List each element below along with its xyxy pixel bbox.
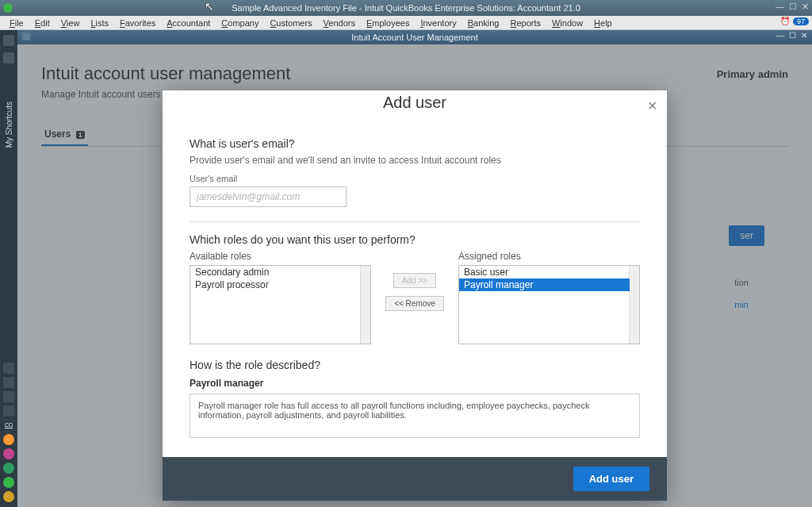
menu-help[interactable]: Help — [589, 17, 617, 29]
inner-window-icon — [22, 33, 30, 40]
calendar-icon[interactable] — [3, 448, 14, 459]
menu-accountant[interactable]: Accountant — [162, 17, 215, 29]
maximize-icon[interactable]: ☐ — [789, 2, 797, 12]
sidebar-label: My Shortcuts — [5, 102, 13, 148]
menu-window[interactable]: Window — [547, 17, 588, 29]
os-window-controls[interactable]: — ☐ ✕ — [776, 2, 809, 12]
menu-employees[interactable]: Employees — [362, 17, 414, 29]
clock-icon: ⏰ — [780, 17, 790, 25]
modal-close-icon[interactable]: ✕ — [647, 98, 657, 113]
inner-window-controls[interactable]: — ☐ ✕ — [776, 31, 807, 40]
assigned-role-option[interactable]: Payroll manager — [459, 278, 630, 291]
inner-minimize-icon[interactable]: — — [776, 31, 784, 40]
money-icon[interactable] — [3, 491, 14, 502]
add-role-button[interactable]: Add >> — [393, 273, 436, 288]
description-box: Payroll manager role has full access to … — [190, 394, 640, 438]
sidebar-slot[interactable] — [3, 363, 14, 374]
app-icon — [3, 3, 13, 13]
menu-inventory[interactable]: Inventory — [416, 17, 461, 29]
menu-reports[interactable]: Reports — [505, 17, 546, 29]
left-sidebar: My Shortcuts CO — [0, 30, 17, 507]
minimize-icon[interactable]: — — [776, 2, 784, 12]
available-roles-list[interactable]: Secondary adminPayroll processor — [190, 265, 371, 344]
menu-favorites[interactable]: Favorites — [115, 17, 160, 29]
assigned-roles-list[interactable]: Basic userPayroll manager — [458, 265, 640, 344]
inner-window: Intuit Account User Management — ☐ ✕ Int… — [17, 30, 812, 507]
sidebar-slot[interactable] — [3, 377, 14, 388]
reminder-count: 97 — [793, 17, 809, 25]
assigned-roles-label: Assigned roles — [458, 251, 640, 262]
add-user-button[interactable]: Add user — [573, 467, 649, 491]
menubar[interactable]: FileEditViewListsFavoritesAccountantComp… — [0, 16, 812, 30]
menu-view[interactable]: View — [56, 17, 85, 29]
add-icon[interactable] — [3, 477, 14, 488]
inner-titlebar: Intuit Account User Management — ☐ ✕ — [17, 30, 812, 44]
available-role-option[interactable]: Payroll processor — [190, 278, 361, 291]
roles-question: Which roles do you want this user to per… — [190, 233, 640, 246]
modal-footer: Add user — [163, 457, 667, 501]
sidebar-slot[interactable] — [3, 391, 14, 402]
available-role-option[interactable]: Secondary admin — [190, 266, 361, 278]
menu-company[interactable]: Company — [216, 17, 263, 29]
modal-backdrop: Add user ✕ What is user's email? Provide… — [17, 44, 812, 507]
inner-close-icon[interactable]: ✕ — [801, 31, 807, 40]
email-question: What is user's email? — [190, 137, 640, 150]
close-icon[interactable]: ✕ — [802, 2, 809, 12]
doc-icon[interactable] — [3, 463, 14, 474]
modal-title: Add user — [163, 90, 667, 112]
inner-window-title: Intuit Account User Management — [351, 33, 478, 42]
sidebar-search-icon[interactable] — [3, 52, 14, 63]
add-user-modal: Add user ✕ What is user's email? Provide… — [163, 90, 667, 501]
reminder-badge[interactable]: ⏰ 97 — [780, 17, 809, 25]
separator — [190, 221, 640, 222]
menu-lists[interactable]: Lists — [86, 17, 113, 29]
os-title: Sample Advanced Inventory File - Intuit … — [232, 3, 580, 13]
plus-icon[interactable] — [3, 434, 14, 445]
menu-customers[interactable]: Customers — [265, 17, 316, 29]
page-body: Intuit account user management Manage In… — [17, 44, 812, 507]
assigned-role-option[interactable]: Basic user — [459, 266, 630, 278]
available-roles-label: Available roles — [190, 251, 371, 262]
menu-file[interactable]: File — [5, 17, 29, 29]
sidebar-arrow-icon[interactable] — [3, 35, 14, 46]
email-label: User's email — [190, 174, 640, 183]
email-field[interactable] — [190, 186, 347, 207]
sidebar-slot[interactable] — [3, 405, 14, 417]
remove-role-button[interactable]: << Remove — [385, 296, 444, 311]
os-titlebar: Sample Advanced Inventory File - Intuit … — [0, 0, 812, 16]
menu-banking[interactable]: Banking — [463, 17, 504, 29]
description-role-name: Payroll manager — [190, 378, 640, 389]
menu-edit[interactable]: Edit — [30, 17, 55, 29]
inner-maximize-icon[interactable]: ☐ — [789, 31, 796, 40]
co-icon[interactable]: CO — [3, 420, 14, 431]
email-subtext: Provide user's email and we'll send an i… — [190, 155, 640, 166]
menu-vendors[interactable]: Vendors — [319, 17, 360, 29]
modal-header: Add user ✕ — [163, 90, 667, 112]
description-question: How is the role described? — [190, 359, 640, 371]
